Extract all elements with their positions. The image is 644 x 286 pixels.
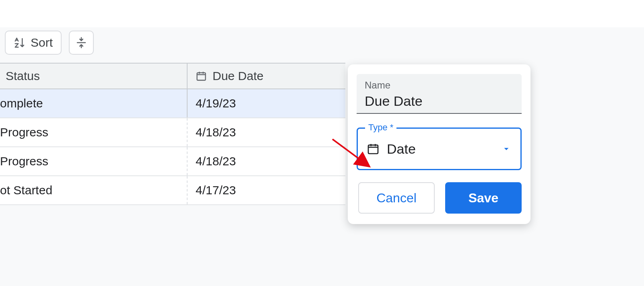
cell-status-text: Progress — [0, 154, 48, 168]
table-row[interactable]: ot Started 4/17/23 — [0, 176, 345, 205]
type-field-value: Date — [387, 141, 494, 157]
calendar-icon — [196, 70, 207, 82]
collapse-icon — [75, 37, 87, 49]
name-field-label: Name — [365, 80, 514, 91]
toolbar: Sort — [5, 31, 94, 55]
calendar-icon — [367, 142, 380, 155]
cell-status-text: omplete — [0, 97, 43, 110]
table-header: Status Due Date — [0, 64, 345, 89]
cell-status-text: ot Started — [0, 183, 52, 197]
cell-due-text: 4/18/23 — [196, 154, 236, 168]
name-field-value: Due Date — [365, 93, 514, 109]
table-row[interactable]: omplete 4/19/23 — [0, 89, 345, 118]
svg-rect-0 — [197, 73, 206, 80]
top-bar — [0, 0, 644, 27]
type-select[interactable]: Type * Date — [357, 128, 522, 170]
cell-status: Progress — [0, 147, 188, 175]
cell-due: 4/18/23 — [188, 118, 345, 146]
column-due-label: Due Date — [213, 69, 264, 83]
cell-due-text: 4/18/23 — [196, 126, 236, 139]
sort-button[interactable]: Sort — [5, 31, 62, 55]
cell-status: omplete — [0, 89, 188, 117]
table-row[interactable]: Progress 4/18/23 — [0, 118, 345, 147]
cell-due-text: 4/19/23 — [196, 97, 236, 110]
name-input[interactable]: Name Due Date — [357, 74, 522, 114]
column-header-due-date[interactable]: Due Date — [188, 64, 345, 88]
svg-rect-1 — [368, 145, 378, 154]
table-body: omplete 4/19/23 Progress 4/18/23 Progres… — [0, 89, 345, 205]
popover-actions: Cancel Save — [357, 182, 522, 214]
type-field-label: Type * — [365, 122, 396, 133]
cell-due-text: 4/17/23 — [196, 183, 236, 197]
cancel-button[interactable]: Cancel — [358, 182, 435, 214]
cell-due: 4/18/23 — [188, 147, 345, 175]
chevron-down-icon — [501, 144, 512, 154]
column-status-label: Status — [6, 69, 40, 83]
cell-status: ot Started — [0, 176, 188, 204]
collapse-rows-button[interactable] — [69, 31, 94, 55]
cell-status-text: Progress — [0, 126, 48, 139]
save-label: Save — [469, 191, 499, 206]
sort-az-icon — [14, 37, 26, 49]
table-row[interactable]: Progress 4/18/23 — [0, 147, 345, 176]
cell-due: 4/19/23 — [188, 89, 345, 117]
sort-label: Sort — [31, 36, 53, 49]
data-table: Status Due Date omplete 4/19/23 Progress… — [0, 63, 345, 205]
cell-due: 4/17/23 — [188, 176, 345, 204]
column-edit-popover: Name Due Date Type * Date Cancel Save — [348, 64, 530, 224]
cancel-label: Cancel — [376, 191, 417, 206]
save-button[interactable]: Save — [445, 182, 522, 214]
column-header-status[interactable]: Status — [0, 64, 188, 88]
cell-status: Progress — [0, 118, 188, 146]
